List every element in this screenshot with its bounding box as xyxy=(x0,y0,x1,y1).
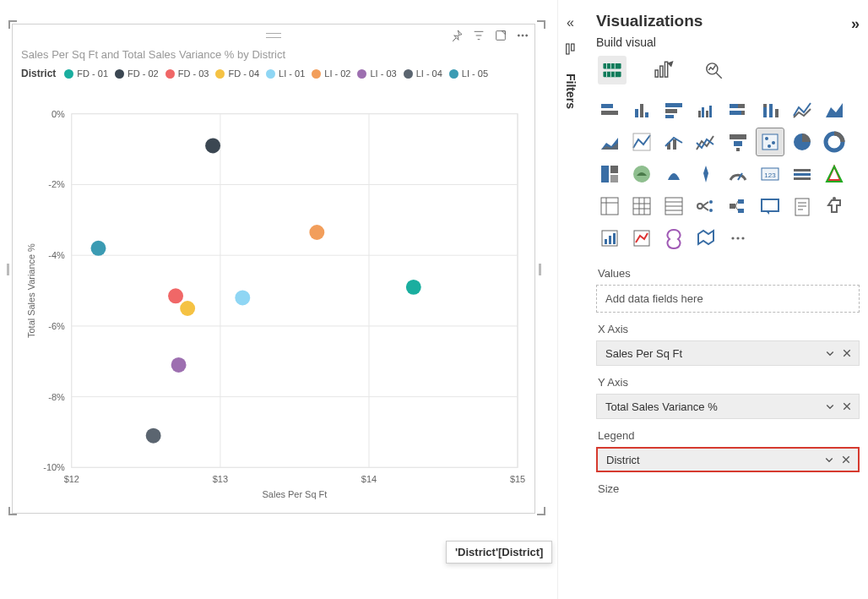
gallery-visual-24[interactable] xyxy=(596,193,623,220)
gallery-visual-5[interactable] xyxy=(757,96,784,123)
gallery-visual-31[interactable] xyxy=(821,193,848,220)
legend-swatch xyxy=(64,69,73,79)
gallery-visual-19[interactable] xyxy=(692,161,719,188)
legend-item[interactable]: LI - 05 xyxy=(449,68,488,79)
legend-title: District xyxy=(21,68,56,79)
chevron-down-icon[interactable] xyxy=(824,455,834,465)
gallery-visual-17[interactable] xyxy=(628,161,655,188)
xaxis-field-chip[interactable]: Sales Per Sq Ft xyxy=(596,340,860,366)
gallery-visual-29[interactable] xyxy=(757,193,784,220)
svg-point-79 xyxy=(672,170,675,173)
legend-item[interactable]: FD - 04 xyxy=(215,68,259,79)
expand-filters-icon[interactable]: « xyxy=(567,15,574,30)
svg-rect-51 xyxy=(709,106,712,117)
gallery-visual-26[interactable] xyxy=(660,193,687,220)
gallery-visual-23[interactable] xyxy=(821,161,848,188)
chevron-down-icon[interactable] xyxy=(825,348,835,358)
yaxis-field-name: Total Sales Variance % xyxy=(605,400,718,413)
data-point[interactable] xyxy=(235,290,250,305)
build-visual-tab[interactable] xyxy=(598,56,627,84)
gallery-visual-16[interactable] xyxy=(596,161,623,188)
filters-collapsed-pane[interactable]: « Filters xyxy=(557,0,583,599)
svg-marker-80 xyxy=(703,166,708,182)
viz-resize-left[interactable] xyxy=(7,264,9,275)
svg-point-1 xyxy=(518,35,519,36)
gallery-visual-7[interactable] xyxy=(821,96,848,123)
gallery-visual-18[interactable] xyxy=(660,161,687,188)
legend-item[interactable]: LI - 03 xyxy=(357,68,396,79)
gallery-visual-33[interactable] xyxy=(628,225,655,252)
gallery-visual-4[interactable] xyxy=(724,96,751,123)
svg-rect-113 xyxy=(795,199,809,215)
filter-icon[interactable] xyxy=(472,29,486,42)
gallery-visual-28[interactable] xyxy=(724,193,751,220)
gallery-visual-22[interactable] xyxy=(789,161,816,188)
data-point[interactable] xyxy=(146,428,161,444)
gallery-visual-27[interactable] xyxy=(692,193,719,220)
svg-rect-40 xyxy=(601,104,613,108)
data-point[interactable] xyxy=(180,301,195,316)
gallery-visual-20[interactable] xyxy=(724,161,751,188)
focus-mode-icon[interactable] xyxy=(494,29,507,42)
legend-item[interactable]: FD - 02 xyxy=(115,68,159,79)
viz-resize-br[interactable] xyxy=(537,507,545,515)
chart-visual[interactable]: Sales Per Sq Ft and Total Sales Variance… xyxy=(12,24,535,514)
gallery-visual-8[interactable] xyxy=(596,128,623,155)
legend-item[interactable]: LI - 02 xyxy=(312,68,350,79)
gallery-visual-9[interactable] xyxy=(628,128,655,155)
gallery-visual-15[interactable] xyxy=(821,128,848,155)
values-well[interactable]: Add data fields here xyxy=(596,285,860,313)
format-visual-tab[interactable] xyxy=(648,56,677,84)
legend-item[interactable]: FD - 03 xyxy=(165,68,209,79)
data-point[interactable] xyxy=(168,288,183,303)
viz-resize-tr[interactable] xyxy=(537,20,545,29)
gallery-visual-36[interactable] xyxy=(724,225,751,252)
legend-swatch xyxy=(266,69,275,79)
gallery-visual-11[interactable] xyxy=(692,128,719,155)
svg-rect-36 xyxy=(660,66,663,77)
gallery-visual-0[interactable] xyxy=(596,96,623,123)
gallery-visual-10[interactable] xyxy=(660,128,687,155)
pin-icon[interactable] xyxy=(450,29,464,42)
gallery-visual-30[interactable] xyxy=(789,193,816,220)
gallery-visual-13[interactable] xyxy=(757,128,784,155)
gallery-visual-12[interactable] xyxy=(724,128,751,155)
gallery-visual-32[interactable] xyxy=(596,225,623,252)
collapse-pane-icon[interactable]: » xyxy=(851,15,860,33)
gallery-visual-3[interactable] xyxy=(692,96,719,123)
legend-item[interactable]: LI - 01 xyxy=(266,68,305,79)
gallery-visual-34[interactable] xyxy=(660,225,687,252)
gallery-visual-35[interactable] xyxy=(692,225,719,252)
viz-drag-handle[interactable] xyxy=(266,33,281,38)
legend-item-label: LI - 01 xyxy=(279,68,305,79)
gallery-visual-2[interactable] xyxy=(660,96,687,123)
svg-line-102 xyxy=(703,202,708,206)
svg-rect-106 xyxy=(730,204,735,209)
viz-resize-right[interactable] xyxy=(539,264,541,275)
svg-rect-49 xyxy=(702,107,704,117)
svg-rect-58 xyxy=(769,104,773,117)
legend-field-chip[interactable]: District xyxy=(596,447,860,472)
svg-point-101 xyxy=(697,204,703,209)
data-point[interactable] xyxy=(205,138,220,153)
data-point[interactable] xyxy=(309,225,324,240)
svg-rect-77 xyxy=(610,175,618,182)
yaxis-field-chip[interactable]: Total Sales Variance % xyxy=(596,394,860,419)
legend-item[interactable]: LI - 04 xyxy=(404,68,442,79)
chevron-down-icon[interactable] xyxy=(825,401,835,411)
more-options-icon[interactable] xyxy=(516,29,529,42)
remove-field-icon[interactable] xyxy=(842,401,852,411)
legend-swatch xyxy=(115,69,124,79)
gallery-visual-14[interactable] xyxy=(789,128,816,155)
remove-field-icon[interactable] xyxy=(842,348,852,358)
analytics-tab[interactable] xyxy=(699,56,728,84)
data-point[interactable] xyxy=(406,280,421,295)
remove-field-icon[interactable] xyxy=(841,455,851,465)
gallery-visual-21[interactable]: 123 xyxy=(757,161,784,188)
legend-item[interactable]: FD - 01 xyxy=(64,68,108,79)
data-point[interactable] xyxy=(171,357,187,373)
data-point[interactable] xyxy=(91,241,106,256)
gallery-visual-25[interactable] xyxy=(628,193,655,220)
gallery-visual-6[interactable] xyxy=(789,96,816,123)
gallery-visual-1[interactable] xyxy=(628,96,655,123)
